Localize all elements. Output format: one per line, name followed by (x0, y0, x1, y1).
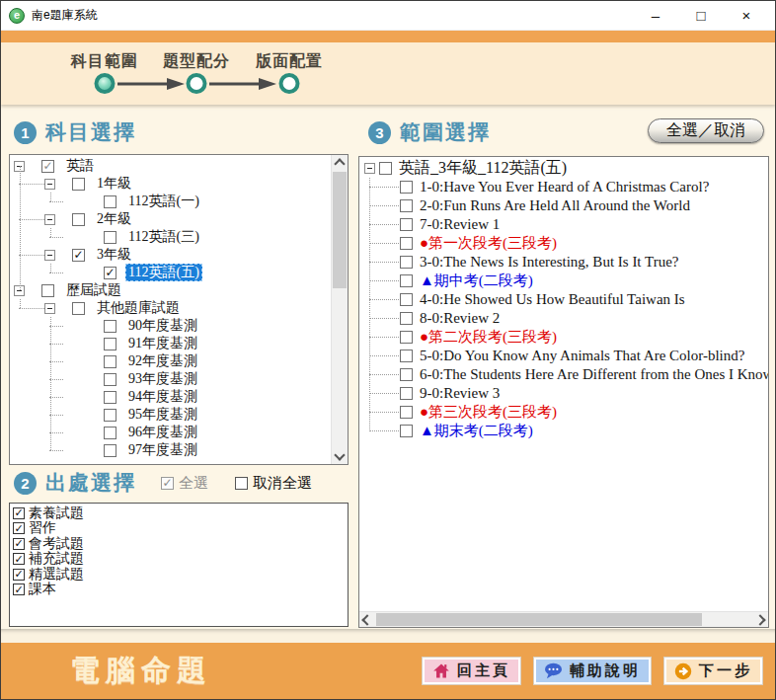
range-tree-node[interactable]: 7-0:Review 1 (359, 215, 768, 234)
range-tree-node[interactable]: 8-0:Review 2 (359, 309, 768, 328)
tree-expander-icon[interactable] (44, 179, 55, 190)
tree-node-label[interactable]: 112英語(五) (125, 264, 202, 281)
tree-node-label[interactable]: 3-0:The News Is Interesting, But Is It T… (417, 254, 681, 271)
subject-tree-node[interactable]: 92年度基測 (10, 352, 331, 370)
checkbox[interactable] (400, 312, 413, 325)
tree-node-label[interactable]: 6-0:The Students Here Are Different from… (417, 366, 768, 383)
tree-node-label[interactable]: 英語 (63, 157, 97, 175)
scroll-up-icon[interactable] (334, 158, 345, 169)
range-tree-node[interactable]: 3-0:The News Is Interesting, But Is It T… (359, 253, 768, 272)
home-button[interactable]: 回主頁 (423, 658, 520, 684)
range-tree-node[interactable]: ▲期末考(二段考) (359, 422, 768, 440)
subject-tree-node[interactable]: 95年度基測 (10, 406, 331, 424)
subject-tree-node[interactable]: 112英語(一) (10, 193, 331, 210)
checkbox[interactable]: ✓ (41, 160, 54, 173)
next-step-button[interactable]: 下一步 (664, 658, 762, 684)
source-item[interactable]: ✓素養試題 (10, 506, 348, 521)
checkbox[interactable] (72, 302, 85, 315)
checkbox[interactable] (104, 373, 116, 386)
checkbox[interactable] (379, 162, 392, 175)
range-tree-node[interactable]: 6-0:The Students Here Are Different from… (359, 365, 768, 384)
subject-tree-node[interactable]: 97年度基測 (10, 441, 331, 459)
checkbox[interactable]: ✓ (13, 507, 25, 519)
subject-tree-node[interactable]: 112英語(三) (10, 228, 331, 246)
checkbox[interactable]: ✓ (13, 522, 25, 534)
tree-node-label[interactable]: 2年級 (94, 210, 134, 228)
maximize-button[interactable]: □ (678, 1, 724, 30)
checkbox[interactable] (41, 284, 54, 297)
scrollbar-thumb[interactable] (376, 613, 702, 626)
tree-node-label[interactable]: 4-0:He Showed Us How Beautiful Taiwan Is (417, 291, 688, 308)
checkbox[interactable] (104, 409, 116, 422)
tree-node-label[interactable]: 93年度基測 (125, 370, 200, 388)
tree-expander-icon[interactable] (44, 303, 55, 314)
source-item[interactable]: ✓習作 (10, 521, 348, 537)
checkbox[interactable] (104, 444, 116, 457)
help-button[interactable]: 輔助說明 (534, 658, 651, 684)
checkbox[interactable] (104, 355, 116, 368)
close-button[interactable]: × (724, 1, 769, 30)
subject-tree-node[interactable]: 93年度基測 (10, 370, 331, 388)
tree-node-label[interactable]: ●第二次段考(三段考) (417, 328, 560, 347)
checkbox[interactable]: ✓ (13, 538, 25, 550)
subject-tree-node[interactable]: 其他題庫試題 (10, 299, 331, 317)
tree-node-label[interactable]: ●第一次段考(三段考) (417, 234, 560, 253)
checkbox[interactable] (235, 477, 248, 490)
source-item[interactable]: ✓精選試題 (10, 567, 348, 583)
tree-node-label[interactable]: ●第三次段考(三段考) (417, 403, 560, 422)
minimize-button[interactable]: – (633, 1, 678, 30)
range-tree-node[interactable]: 2-0:Fun Runs Are Held All Around the Wor… (359, 196, 768, 215)
subject-tree-node[interactable]: ✓3年級 (10, 246, 331, 264)
tree-node-label[interactable]: 97年度基測 (125, 441, 200, 459)
tree-node-label[interactable]: 2-0:Fun Runs Are Held All Around the Wor… (417, 197, 693, 214)
subject-tree-node[interactable]: 1年級 (10, 175, 331, 193)
checkbox[interactable] (400, 406, 413, 419)
checkbox[interactable] (72, 213, 85, 226)
tree-node-label[interactable]: 英語_3年級_112英語(五) (396, 158, 570, 179)
tree-node-label[interactable]: 96年度基測 (125, 424, 200, 441)
vertical-scrollbar[interactable] (331, 155, 348, 464)
checkbox[interactable] (400, 218, 413, 231)
horizontal-scrollbar[interactable] (359, 611, 768, 627)
tree-expander-icon[interactable] (44, 250, 55, 261)
checkbox[interactable]: ✓ (161, 477, 174, 490)
tree-expander-icon[interactable] (364, 163, 375, 174)
checkbox[interactable] (400, 368, 413, 381)
checkbox[interactable] (400, 350, 413, 362)
scrollbar-thumb[interactable] (333, 172, 347, 288)
scroll-down-icon[interactable] (334, 449, 345, 460)
range-tree-node[interactable]: ●第一次段考(三段考) (359, 234, 768, 253)
checkbox[interactable] (400, 331, 413, 344)
checkbox[interactable] (104, 338, 116, 350)
select-all-toggle-button[interactable]: 全選／取消 (648, 118, 764, 143)
tree-node-label[interactable]: ▲期中考(二段考) (417, 272, 536, 290)
tree-node-label[interactable]: 其他題庫試題 (94, 299, 183, 317)
checkbox[interactable] (400, 387, 413, 400)
checkbox[interactable]: ✓ (13, 553, 25, 565)
tree-node-label[interactable]: 112英語(三) (125, 228, 202, 246)
tree-node-label[interactable]: 1-0:Have You Ever Heard of A Christmas C… (417, 179, 712, 195)
range-tree-node[interactable]: 9-0:Review 3 (359, 384, 768, 403)
scroll-right-icon[interactable] (754, 614, 765, 625)
checkbox[interactable] (72, 178, 85, 191)
range-tree-node[interactable]: ●第三次段考(三段考) (359, 403, 768, 422)
subject-tree-node[interactable]: 91年度基測 (10, 335, 331, 352)
tree-node-label[interactable]: 95年度基測 (125, 406, 200, 424)
source-item[interactable]: ✓課本 (10, 583, 348, 598)
scroll-left-icon[interactable] (361, 614, 372, 625)
checkbox[interactable] (104, 231, 116, 244)
checkbox[interactable]: ✓ (72, 249, 85, 262)
subject-tree-node[interactable]: 94年度基測 (10, 388, 331, 406)
range-tree-node[interactable]: 英語_3年級_112英語(五) (359, 159, 768, 178)
subject-tree-node[interactable]: 歷屆試題 (10, 281, 331, 299)
checkbox[interactable]: ✓ (13, 583, 25, 595)
checkbox[interactable] (104, 195, 116, 208)
range-tree-node[interactable]: 4-0:He Showed Us How Beautiful Taiwan Is (359, 290, 768, 309)
checkbox[interactable] (104, 427, 116, 439)
subject-tree-node[interactable]: 2年級 (10, 210, 331, 228)
tree-node-label[interactable]: 91年度基測 (125, 335, 200, 352)
tree-expander-icon[interactable] (44, 214, 55, 225)
subject-tree-node[interactable]: 96年度基測 (10, 424, 331, 441)
range-tree-node[interactable]: ▲期中考(二段考) (359, 272, 768, 290)
tree-node-label[interactable]: 歷屆試題 (63, 281, 124, 299)
